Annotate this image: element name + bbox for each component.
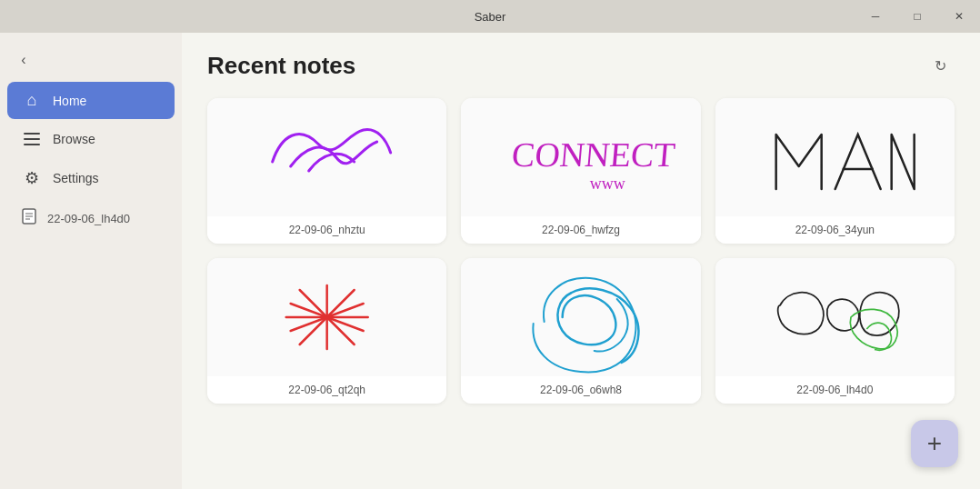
- main-content: Recent notes ↻ 22-09-06_nhztu: [182, 33, 980, 489]
- home-icon: ⌂: [22, 91, 42, 110]
- note-label-qt2qh: 22-09-06_qt2qh: [207, 376, 446, 404]
- note-preview-o6wh8: [461, 258, 700, 376]
- note-card-nhztu[interactable]: 22-09-06_nhztu: [207, 98, 446, 244]
- maximize-button[interactable]: □: [896, 0, 938, 33]
- recent-file-label: 22-09-06_lh4d0: [47, 212, 130, 225]
- close-button[interactable]: ✕: [938, 0, 980, 33]
- note-card-34yun[interactable]: 22-09-06_34yun: [715, 98, 955, 244]
- window-controls: ─ □ ✕: [855, 0, 980, 33]
- note-card-qt2qh[interactable]: 22-09-06_qt2qh: [207, 258, 446, 404]
- sidebar-item-browse[interactable]: Browse: [7, 123, 175, 155]
- file-icon: [22, 208, 36, 228]
- note-card-lh4d0[interactable]: 22-09-06_lh4d0: [715, 258, 955, 404]
- note-preview-hwfzg: CONNECT www: [461, 98, 700, 216]
- app-title: Saber: [475, 10, 506, 24]
- note-card-hwfzg[interactable]: CONNECT www 22-09-06_hwfzg: [461, 98, 700, 244]
- main-header: Recent notes ↻: [207, 51, 955, 80]
- sidebar-item-home[interactable]: ⌂ Home: [7, 82, 175, 119]
- sidebar-toggle-button[interactable]: ‹: [7, 44, 40, 76]
- main-window: ‹ ⌂ Home Browse ⚙ Settings: [0, 33, 980, 489]
- svg-text:CONNECT: CONNECT: [511, 135, 677, 174]
- titlebar: Saber ─ □ ✕: [0, 0, 980, 33]
- browse-icon: [22, 133, 42, 145]
- settings-icon: ⚙: [22, 168, 42, 188]
- note-preview-nhztu: [207, 98, 446, 216]
- add-note-button[interactable]: +: [911, 420, 958, 467]
- sidebar-recent-file[interactable]: 22-09-06_lh4d0: [7, 201, 175, 235]
- minimize-button[interactable]: ─: [855, 0, 896, 33]
- note-preview-qt2qh: [207, 258, 446, 376]
- svg-rect-0: [24, 133, 40, 135]
- refresh-button[interactable]: ↻: [925, 51, 955, 80]
- note-card-o6wh8[interactable]: 22-09-06_o6wh8: [461, 258, 700, 404]
- page-title: Recent notes: [207, 52, 355, 80]
- sidebar-item-settings-label: Settings: [53, 171, 99, 185]
- svg-rect-2: [24, 144, 40, 145]
- sidebar-item-home-label: Home: [53, 94, 86, 108]
- svg-text:www: www: [590, 175, 625, 193]
- notes-grid: 22-09-06_nhztu CONNECT www 22-09-06_hwfz…: [207, 98, 955, 404]
- note-label-34yun: 22-09-06_34yun: [715, 216, 955, 244]
- note-label-nhztu: 22-09-06_nhztu: [207, 216, 446, 244]
- note-label-hwfzg: 22-09-06_hwfzg: [461, 216, 700, 244]
- sidebar-item-browse-label: Browse: [53, 132, 95, 146]
- note-preview-lh4d0: [715, 258, 955, 376]
- note-label-lh4d0: 22-09-06_lh4d0: [715, 376, 955, 404]
- note-preview-34yun: [715, 98, 955, 216]
- sidebar: ‹ ⌂ Home Browse ⚙ Settings: [0, 33, 182, 489]
- note-label-o6wh8: 22-09-06_o6wh8: [461, 376, 700, 404]
- sidebar-item-settings[interactable]: ⚙ Settings: [7, 159, 175, 197]
- svg-rect-1: [24, 138, 40, 140]
